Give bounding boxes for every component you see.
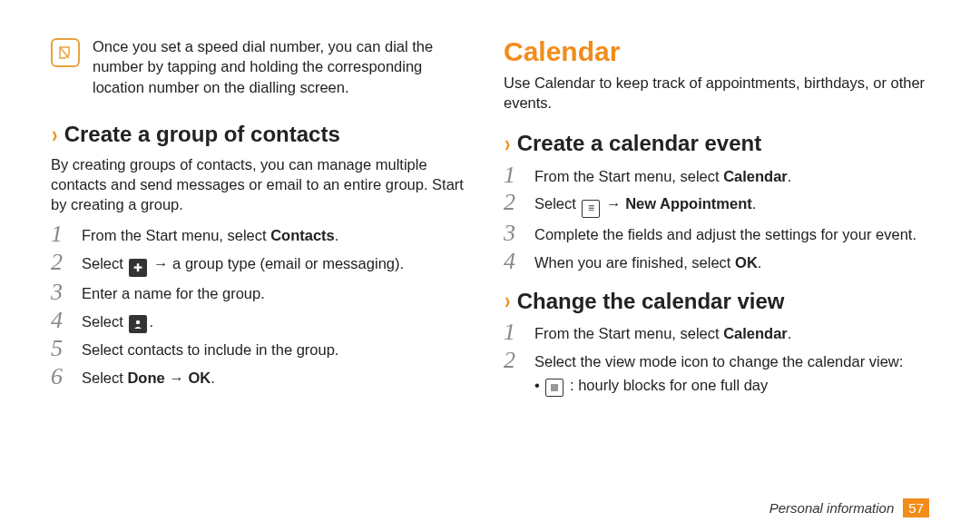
note-icon — [51, 38, 80, 67]
step-4: 4 When you are finished, select OK. — [504, 250, 929, 274]
menu-icon: ≡ — [582, 200, 600, 218]
event-steps: 1 From the Start menu, select Calendar. … — [504, 163, 929, 274]
svg-point-2 — [136, 320, 140, 324]
note-text: Once you set a speed dial number, you ca… — [93, 36, 476, 97]
chevron-icon: › — [505, 287, 510, 315]
chevron-icon: › — [52, 121, 57, 149]
step-2: 2 Select ≡ → New Appointment. — [504, 191, 929, 218]
calendar-intro: Use Calendar to keep track of appointmen… — [504, 73, 929, 113]
step-2: 2 Select the view mode icon to change th… — [504, 349, 929, 373]
step-2: 2 Select ✚ → a group type (email or mess… — [51, 251, 476, 278]
step-4: 4 Select . — [51, 309, 476, 333]
step-1: 1 From the Start menu, select Contacts. — [51, 222, 476, 247]
bullet-day-view: • : hourly blocks for one full day — [534, 377, 929, 397]
footer-section: Personal information — [769, 500, 895, 516]
person-icon — [129, 315, 147, 333]
step-5: 5 Select contacts to include in the grou… — [51, 337, 476, 361]
heading-create-event: › Create a calendar event — [504, 130, 929, 158]
group-intro: By creating groups of contacts, you can … — [51, 154, 476, 215]
step-1: 1 From the Start menu, select Calendar. — [504, 320, 929, 345]
step-3: 3 Enter a name for the group. — [51, 281, 476, 305]
step-1: 1 From the Start menu, select Calendar. — [504, 163, 929, 188]
plus-icon: ✚ — [129, 259, 147, 277]
heading-change-view: › Change the calendar view — [504, 287, 929, 315]
group-steps: 1 From the Start menu, select Contacts. … — [51, 222, 476, 389]
step-6: 6 Select Done → OK. — [51, 365, 476, 389]
step-3: 3 Complete the fields and adjust the set… — [504, 222, 929, 246]
chevron-icon: › — [505, 130, 510, 158]
view-steps: 1 From the Start menu, select Calendar. … — [504, 320, 929, 373]
svg-line-1 — [60, 47, 69, 58]
note-box: Once you set a speed dial number, you ca… — [51, 36, 476, 97]
title-calendar: Calendar — [504, 36, 929, 67]
right-column: Calendar Use Calendar to keep track of a… — [504, 36, 929, 397]
page-number: 57 — [903, 498, 929, 517]
left-column: Once you set a speed dial number, you ca… — [51, 36, 476, 397]
heading-create-group: › Create a group of contacts — [51, 121, 476, 149]
day-view-icon — [545, 379, 564, 397]
footer: Personal information 57 — [769, 498, 929, 517]
